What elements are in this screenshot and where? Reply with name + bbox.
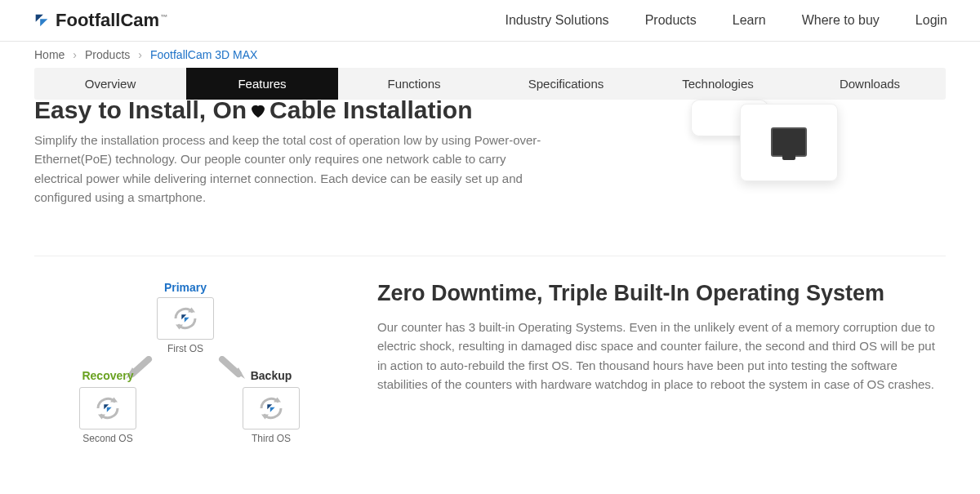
tab-technologies[interactable]: Technologies bbox=[642, 68, 794, 100]
os-diagram: Primary First OS Recovery Second OS Back… bbox=[34, 281, 336, 469]
tab-downloads[interactable]: Downloads bbox=[794, 68, 946, 100]
nav-where-to-buy[interactable]: Where to buy bbox=[802, 13, 880, 28]
diagram-primary-label: Primary bbox=[145, 281, 226, 294]
ethernet-image bbox=[599, 100, 946, 206]
breadcrumb-home[interactable]: Home bbox=[34, 48, 65, 61]
nav-learn[interactable]: Learn bbox=[733, 13, 766, 28]
sync-icon bbox=[93, 394, 122, 423]
diagram-backup-label: Backup bbox=[230, 369, 312, 382]
diagram-backup-sub: Third OS bbox=[230, 433, 312, 444]
svg-marker-1 bbox=[40, 19, 47, 26]
breadcrumb-sep-icon: › bbox=[73, 48, 77, 61]
sync-icon bbox=[171, 304, 200, 333]
diagram-primary-box bbox=[157, 297, 214, 340]
diagram-recovery-box bbox=[79, 387, 136, 429]
sub-nav: Overview Features Functions Specificatio… bbox=[34, 68, 946, 100]
top-bar: FootfallCam™ Industry Solutions Products… bbox=[0, 0, 980, 42]
feature-body: Our counter has 3 built-in Operating Sys… bbox=[377, 318, 946, 394]
tab-specifications[interactable]: Specifications bbox=[490, 68, 642, 100]
feature-body: Simplify the installation process and ke… bbox=[34, 131, 557, 207]
sync-icon bbox=[256, 394, 286, 423]
svg-marker-11 bbox=[107, 407, 112, 412]
feature-heading: Easy to Install, On Cable Installation bbox=[34, 96, 599, 124]
feature-heading: Zero Downtime, Triple Built-In Operating… bbox=[377, 281, 946, 306]
svg-marker-15 bbox=[270, 407, 275, 412]
feature-zero-downtime: Primary First OS Recovery Second OS Back… bbox=[34, 256, 946, 494]
diagram-recovery-sub: Second OS bbox=[67, 433, 149, 444]
tab-functions[interactable]: Functions bbox=[338, 68, 490, 100]
breadcrumb-products[interactable]: Products bbox=[85, 48, 130, 61]
logo-mark-icon bbox=[33, 11, 51, 29]
diagram-recovery-label: Recovery bbox=[67, 369, 149, 382]
logo[interactable]: FootfallCam™ bbox=[33, 10, 167, 31]
breadcrumb: Home › Products › FootfallCam 3D MAX bbox=[0, 42, 980, 68]
diagram-primary-sub: First OS bbox=[145, 343, 226, 354]
heart-icon bbox=[248, 98, 268, 126]
tab-features[interactable]: Features bbox=[186, 68, 338, 100]
breadcrumb-current[interactable]: FootfallCam 3D MAX bbox=[150, 48, 257, 61]
nav-industry-solutions[interactable]: Industry Solutions bbox=[505, 13, 608, 28]
main-nav: Industry Solutions Products Learn Where … bbox=[505, 13, 947, 28]
logo-text: FootfallCam™ bbox=[56, 10, 167, 31]
tab-overview[interactable]: Overview bbox=[34, 68, 186, 100]
svg-marker-5 bbox=[185, 318, 189, 323]
feature-easy-install: Easy to Install, On Cable Installation S… bbox=[34, 100, 946, 207]
breadcrumb-sep-icon: › bbox=[138, 48, 142, 61]
diagram-backup-box bbox=[243, 387, 300, 429]
nav-login[interactable]: Login bbox=[915, 13, 947, 28]
nav-products[interactable]: Products bbox=[645, 13, 697, 28]
